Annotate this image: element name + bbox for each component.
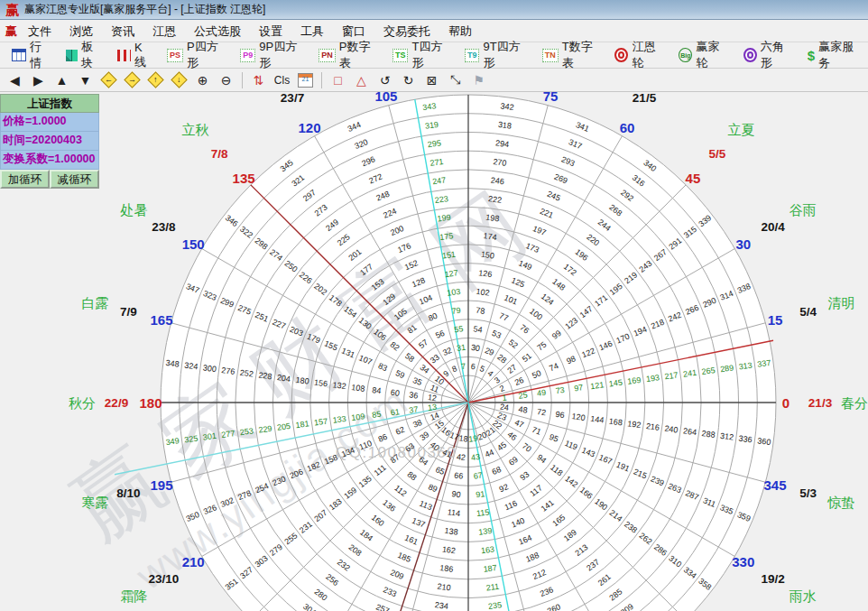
svg-text:168: 168 (608, 417, 623, 428)
wheel-angle-label-345: 345 (763, 477, 786, 493)
nav-up-button[interactable]: ▲ (51, 70, 73, 90)
remove-cycle-button[interactable]: 减循环 (50, 170, 99, 189)
svg-text:211: 211 (485, 582, 500, 593)
svg-text:109: 109 (351, 412, 365, 422)
toolbar-button-kline[interactable]: K线 (111, 38, 159, 73)
nav-right-icon: ▶ (33, 73, 43, 88)
wheel-angle-label-165: 165 (150, 312, 172, 328)
svg-text:97: 97 (574, 383, 584, 393)
table-icon (12, 49, 26, 61)
hexagon-label: 六角形 (761, 39, 793, 71)
pan-up-button[interactable]: ↑ (144, 70, 167, 90)
svg-text:144: 144 (590, 414, 605, 425)
svg-text:288: 288 (701, 429, 716, 440)
svg-text:120: 120 (571, 412, 586, 422)
calendar-button[interactable]: 21 (294, 70, 317, 90)
svg-text:300: 300 (202, 363, 217, 374)
svg-text:55: 55 (454, 324, 464, 334)
svg-text:30: 30 (470, 343, 480, 353)
svg-text:252: 252 (239, 368, 254, 379)
updown-arrows-icon: ⇅ (254, 73, 264, 88)
svg-text:133: 133 (332, 414, 346, 425)
wheel-date-label-150: 23/8 (152, 220, 176, 234)
flag-button[interactable]: ⚑ (467, 70, 490, 90)
pan-left-icon: ← (100, 71, 116, 88)
quotes-label: 行情 (30, 39, 51, 71)
svg-text:294: 294 (495, 138, 510, 149)
zoom-in-icon: ⊕ (198, 73, 208, 88)
nav-down-button[interactable]: ▼ (74, 70, 97, 90)
zoom-out-button[interactable]: ⊖ (215, 70, 237, 90)
wheel-date-label-60: 21/5 (633, 91, 657, 105)
main-toolbar: 行情板块K线PSP四方形P99P四方形PNP数字表TST四方形T99T四方形TN… (0, 42, 868, 69)
t-square-badge-icon: TS (392, 49, 409, 62)
wheel-angle-label-150: 150 (182, 236, 205, 252)
svg-text:96: 96 (555, 410, 565, 420)
svg-text:319: 319 (424, 120, 439, 131)
updown-arrows-button[interactable]: ⇅ (247, 70, 270, 90)
svg-text:276: 276 (221, 366, 235, 376)
wheel-date-label-165: 7/9 (120, 305, 137, 319)
svg-text:78: 78 (476, 306, 485, 316)
svg-text:126: 126 (478, 268, 493, 279)
wheel-angle-label-60: 60 (620, 120, 635, 135)
triangle-tool-button[interactable]: △ (350, 70, 373, 90)
zoom-out-icon: ⊖ (221, 73, 232, 88)
nav-right-button[interactable]: ▶ (27, 70, 50, 90)
wheel-date-label-15: 5/4 (799, 305, 817, 319)
maximize-button[interactable]: ⊠ (420, 70, 443, 90)
svg-text:163: 163 (480, 544, 494, 555)
svg-text:199: 199 (437, 213, 451, 224)
svg-text:313: 313 (738, 361, 753, 372)
svg-text:90: 90 (451, 489, 461, 499)
svg-text:151: 151 (441, 250, 456, 261)
wheel-angle-label-330: 330 (732, 554, 754, 569)
kline-icon (117, 50, 131, 61)
wheel-angle-label-135: 135 (233, 171, 255, 186)
window-title: 赢家江恩专业版[赢家服务平台] - [上证指数 江恩轮] (24, 2, 265, 17)
square-tool-button[interactable]: □ (327, 70, 349, 90)
pan-left-button[interactable]: ← (97, 70, 120, 90)
toolbar-separator (242, 72, 243, 88)
svg-text:241: 241 (682, 368, 697, 379)
svg-text:229: 229 (258, 424, 272, 435)
rotate-ccw-button[interactable]: ↺ (374, 70, 396, 90)
zoom-in-button[interactable]: ⊕ (191, 70, 214, 90)
svg-text:49: 49 (536, 388, 546, 398)
svg-text:103: 103 (447, 287, 461, 298)
svg-text:210: 210 (437, 582, 451, 593)
price-value: 价格=1.0000 (0, 113, 99, 132)
svg-text:265: 265 (701, 366, 716, 376)
wheel-term-label-330: 雨水 (790, 588, 817, 604)
cls-button[interactable]: Cls (271, 70, 293, 90)
wheel-angle-label-195: 195 (150, 477, 172, 493)
nav-left-button[interactable]: ◀ (4, 70, 26, 90)
pan-up-icon: ↑ (147, 71, 163, 88)
wheel-angle-label-210: 210 (182, 554, 205, 569)
svg-text:192: 192 (627, 419, 642, 430)
svg-text:169: 169 (627, 375, 642, 386)
svg-text:150: 150 (480, 250, 494, 261)
flag-icon: ⚑ (473, 73, 485, 88)
wheel-term-label-45: 立夏 (728, 122, 755, 137)
t-square-label: T四方形 (411, 39, 450, 71)
winner-wheel-label: 赢家轮 (696, 39, 728, 71)
svg-text:253: 253 (239, 426, 254, 437)
svg-text:54: 54 (473, 324, 483, 334)
pan-right-button[interactable]: → (121, 70, 143, 90)
winner-wheel-icon: Big (679, 48, 692, 62)
svg-text:127: 127 (444, 268, 458, 279)
svg-text:301: 301 (202, 431, 217, 442)
pan-down-button[interactable]: ↓ (168, 70, 190, 90)
wheel-term-label-210: 霜降 (120, 588, 147, 604)
fit-view-button[interactable]: ⤡ (444, 70, 466, 90)
9t-square-badge-icon: T9 (465, 49, 480, 62)
svg-text:234: 234 (434, 600, 448, 611)
svg-text:18: 18 (458, 433, 468, 443)
add-cycle-button[interactable]: 加循环 (0, 170, 50, 189)
svg-text:156: 156 (313, 378, 328, 389)
wheel-term-label-195: 寒露 (82, 495, 109, 510)
rotate-cw-button[interactable]: ↻ (397, 70, 420, 90)
svg-text:295: 295 (427, 138, 441, 149)
9p-square-label: 9P四方形 (259, 39, 304, 71)
